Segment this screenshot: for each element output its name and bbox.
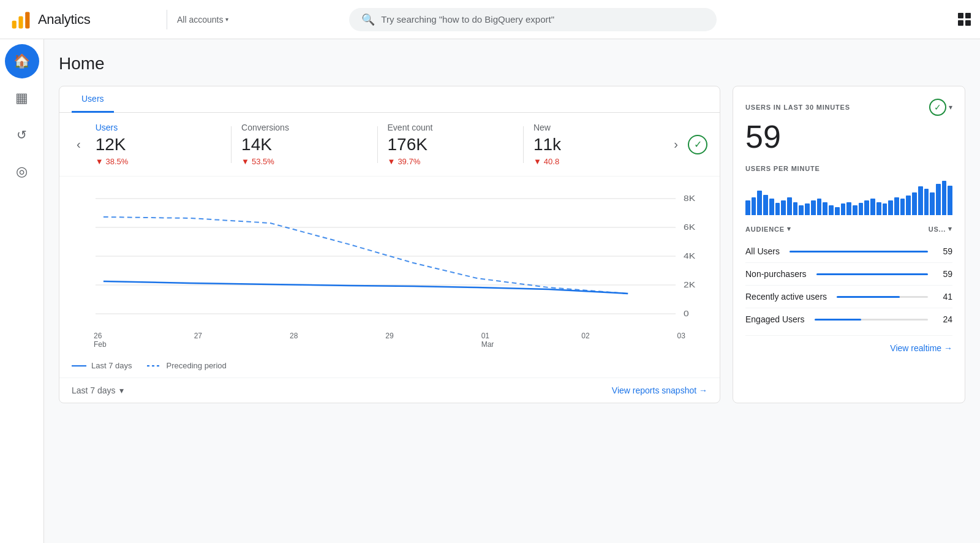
audience-bar-bg — [837, 296, 928, 298]
bar-item — [912, 192, 917, 215]
topbar-divider — [167, 10, 167, 29]
card-footer: Last 7 days ▾ View reports snapshot → — [59, 378, 720, 403]
bar-item — [787, 197, 792, 215]
audience-dropdown-button[interactable]: AUDIENCE ▾ — [745, 225, 791, 233]
view-realtime-link[interactable]: View realtime → — [890, 343, 952, 353]
tab-users[interactable]: Users — [72, 86, 114, 113]
users-label: US... — [929, 226, 946, 233]
next-metric-button[interactable]: › — [669, 137, 683, 151]
audience-row: Non-purchasers 59 — [745, 263, 952, 286]
bar-item — [900, 199, 905, 215]
view-reports-link[interactable]: View reports snapshot → — [612, 385, 707, 395]
x-label-feb26: 26Feb — [94, 332, 107, 349]
metric-event-value: 176K — [388, 135, 513, 154]
advertising-icon: ◎ — [16, 164, 28, 180]
audience-row-count: 24 — [938, 314, 952, 324]
bar-item — [829, 205, 834, 215]
audience-row-name: Non-purchasers — [745, 269, 807, 279]
prev-metric-button[interactable]: ‹ — [72, 137, 86, 151]
sidebar-item-home[interactable]: 🏠 — [5, 44, 39, 78]
audience-row: Recently active users 41 — [745, 286, 952, 308]
bar-item — [752, 197, 756, 215]
bar-item — [775, 203, 780, 215]
audience-row-count: 59 — [938, 246, 952, 256]
legend-solid-line — [72, 365, 86, 366]
audience-header: AUDIENCE ▾ US... ▾ — [745, 225, 952, 235]
apps-grid-icon[interactable] — [958, 13, 970, 26]
bar-item — [859, 203, 864, 215]
bar-item — [894, 197, 899, 215]
bar-item — [841, 203, 846, 215]
search-bar[interactable]: 🔍 Try searching "how to do BigQuery expo… — [349, 8, 717, 31]
metric-check-icon[interactable]: ✓ — [688, 135, 707, 154]
bar-item — [883, 203, 888, 215]
logo-area: Analytics — [10, 9, 157, 31]
accounts-label: All accounts — [177, 15, 223, 25]
bar-item — [823, 202, 827, 215]
metrics-row: ‹ Users 12K ▼ 38.5% Conversions 14K ▼ 53 — [59, 113, 720, 177]
realtime-check-icon[interactable]: ✓ — [929, 99, 946, 116]
svg-rect-2 — [25, 12, 29, 28]
users-per-minute-chart — [745, 178, 952, 215]
down-arrow-icon-2: ▼ — [241, 157, 249, 166]
metric-users: Users 12K ▼ 38.5% — [86, 123, 231, 166]
audience-row-count: 59 — [938, 269, 952, 279]
bar-item — [846, 202, 851, 215]
content-grid: Users ‹ Users 12K ▼ 38.5% Conversions 14… — [59, 86, 965, 403]
explore-icon: ↺ — [17, 127, 27, 142]
legend-dashed: Preceding period — [147, 361, 227, 370]
accounts-selector[interactable]: All accounts ▾ — [177, 15, 228, 25]
main-content: Home Users ‹ Users 12K ▼ 38.5% — [44, 39, 980, 543]
sidebar: 🏠 ▦ ↺ ◎ — [0, 39, 44, 543]
view-reports-label: View reports snapshot → — [612, 385, 707, 395]
chart-svg: 8K 6K 4K 2K 0 — [72, 186, 707, 327]
svg-text:4K: 4K — [684, 252, 696, 260]
date-range-button[interactable]: Last 7 days ▾ — [72, 385, 124, 395]
metric-users-label: Users — [96, 123, 221, 132]
audience-row-name: Recently active users — [745, 292, 827, 302]
realtime-controls: ✓ ▾ — [929, 99, 952, 116]
svg-rect-1 — [18, 16, 23, 28]
x-label-29: 29 — [385, 332, 393, 349]
audience-row: All Users 59 — [745, 240, 952, 263]
metric-users-value: 12K — [96, 135, 221, 154]
app-title: Analytics — [38, 12, 90, 28]
x-label-27: 27 — [194, 332, 202, 349]
x-label-mar01: 01Mar — [481, 332, 494, 349]
search-placeholder: Try searching "how to do BigQuery export… — [381, 14, 554, 25]
svg-text:6K: 6K — [684, 223, 696, 232]
svg-text:0: 0 — [684, 309, 689, 318]
sidebar-item-explore[interactable]: ↺ — [5, 118, 39, 152]
bar-item — [793, 202, 798, 215]
audience-bar-bg — [790, 251, 928, 253]
legend-solid-label: Last 7 days — [91, 361, 132, 370]
realtime-header: USERS IN LAST 30 MINUTES ✓ ▾ — [745, 99, 952, 116]
metric-new-change: ▼ 40.8 — [533, 157, 659, 166]
svg-text:2K: 2K — [684, 281, 696, 289]
metric-conversions: Conversions 14K ▼ 53.5% — [232, 123, 377, 166]
bar-item — [870, 199, 875, 215]
search-icon: 🔍 — [361, 13, 375, 26]
chart-area: 8K 6K 4K 2K 0 26Feb 27 28 29 01Mar — [59, 177, 720, 354]
audience-chevron-icon: ▾ — [787, 225, 791, 233]
chart-x-labels: 26Feb 27 28 29 01Mar 02 03 — [72, 329, 707, 349]
bar-item — [763, 195, 768, 215]
bar-item — [805, 203, 810, 215]
bar-item — [906, 196, 911, 215]
bar-item — [864, 200, 869, 215]
users-dropdown-button[interactable]: US... ▾ — [929, 225, 952, 233]
audience-row: Engaged Users 24 — [745, 308, 952, 330]
home-icon: 🏠 — [13, 53, 30, 69]
audience-bar-wrap — [837, 296, 928, 298]
sidebar-item-advertising[interactable]: ◎ — [5, 154, 39, 189]
bar-item — [799, 205, 804, 215]
audience-bar-fill — [837, 296, 900, 298]
realtime-chevron-icon[interactable]: ▾ — [949, 103, 952, 112]
bar-item — [817, 199, 822, 215]
audience-row-name: All Users — [745, 246, 780, 256]
x-label-03: 03 — [677, 332, 685, 349]
bar-item — [930, 192, 935, 215]
sidebar-item-reports[interactable]: ▦ — [5, 81, 39, 115]
metric-event-count: Event count 176K ▼ 39.7% — [378, 123, 523, 166]
svg-text:8K: 8K — [684, 194, 696, 203]
